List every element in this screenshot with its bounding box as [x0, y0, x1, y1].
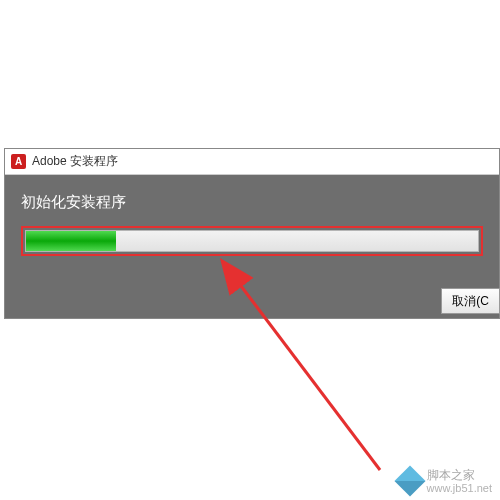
progress-bar	[25, 230, 479, 252]
cancel-button[interactable]: 取消(C	[441, 288, 500, 314]
titlebar[interactable]: A Adobe 安装程序	[5, 149, 499, 175]
window-title: Adobe 安装程序	[32, 153, 118, 170]
progress-fill	[26, 231, 116, 251]
progress-highlight-box	[21, 226, 483, 256]
adobe-logo-icon: A	[11, 154, 26, 169]
adobe-logo-letter: A	[15, 156, 22, 167]
dialog-body: 初始化安装程序	[5, 175, 499, 284]
watermark-url: www.jb51.net	[427, 482, 492, 494]
watermark: 脚本之家 www.jb51.net	[399, 469, 492, 494]
dialog-footer: 取消(C	[5, 284, 499, 318]
status-text: 初始化安装程序	[21, 193, 483, 212]
watermark-text: 脚本之家 www.jb51.net	[427, 469, 492, 494]
watermark-logo-icon	[394, 466, 425, 497]
installer-dialog: A Adobe 安装程序 初始化安装程序 取消(C	[4, 148, 500, 319]
watermark-name: 脚本之家	[427, 469, 492, 482]
